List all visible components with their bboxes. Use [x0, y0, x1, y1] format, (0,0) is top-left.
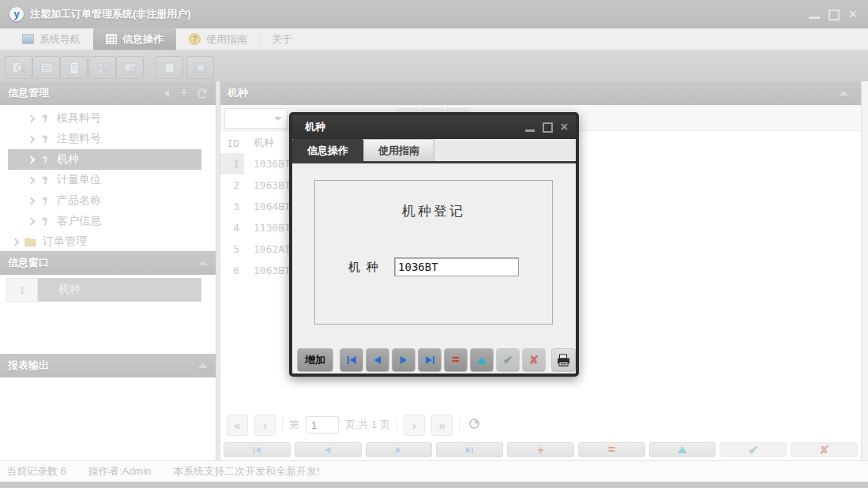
- machine-type-field-row: 机 种: [315, 257, 552, 276]
- last-record-button[interactable]: [418, 348, 442, 372]
- cell-id: 5: [220, 238, 244, 260]
- machine-type-input[interactable]: [394, 257, 519, 276]
- refresh-button[interactable]: [469, 419, 479, 431]
- list-view-button[interactable]: [32, 56, 60, 79]
- tool-icon: [40, 155, 51, 165]
- new-document-icon: [162, 61, 178, 75]
- right-scrollbar-track[interactable]: [861, 81, 868, 460]
- groupbox-title: 机种登记: [315, 202, 552, 220]
- confirm-button[interactable]: ✔: [496, 348, 520, 372]
- tree-item-label: 模具料号: [57, 111, 101, 126]
- tab-info-operation[interactable]: 信息操作: [93, 28, 176, 50]
- column-header-id[interactable]: ID: [220, 133, 244, 153]
- info-management-panel-header[interactable]: 信息管理 +: [0, 81, 216, 105]
- maximize-icon[interactable]: [829, 9, 840, 21]
- pager-label-page: 第: [289, 418, 299, 432]
- search-document-button[interactable]: [5, 56, 32, 79]
- printer-icon: [556, 354, 571, 367]
- add-record-nav-button[interactable]: +: [507, 442, 574, 457]
- window-title: 注塑加工订单管理系统(非注册用户): [30, 7, 191, 21]
- tree-item-customer-info[interactable]: 客户信息: [8, 211, 201, 231]
- tool-icon: [40, 114, 51, 124]
- monitor-button[interactable]: [116, 56, 144, 79]
- last-page-button[interactable]: »: [431, 415, 453, 436]
- prev-page-button[interactable]: ‹: [254, 415, 276, 436]
- document-button[interactable]: [60, 56, 88, 79]
- dialog-tab-user-guide[interactable]: 使用指南: [363, 139, 434, 161]
- tree-item-machine-type[interactable]: 机种: [8, 149, 201, 170]
- collapse-up-icon[interactable]: [198, 261, 208, 265]
- first-record-button[interactable]: [340, 348, 363, 372]
- dialog-button-bar: 增加 = ✔ ✘: [292, 343, 576, 377]
- close-icon[interactable]: ×: [848, 9, 857, 20]
- last-record-icon: [433, 356, 434, 364]
- minus-icon: =: [608, 446, 615, 454]
- first-page-button[interactable]: «: [227, 415, 248, 436]
- machine-type-panel-header[interactable]: 机种: [220, 81, 861, 105]
- dialog-titlebar[interactable]: 机种 ×: [292, 115, 576, 139]
- frame-select-icon: [193, 61, 209, 75]
- cancel-nav-button[interactable]: ✘: [791, 442, 858, 457]
- next-record-button[interactable]: [392, 348, 415, 372]
- dialog-maximize-icon[interactable]: [543, 122, 553, 133]
- next-record-nav-button[interactable]: [366, 442, 433, 457]
- chevron-right-icon: [28, 114, 36, 122]
- org-chart-button[interactable]: [88, 56, 116, 79]
- dialog-minimize-icon[interactable]: [525, 130, 535, 132]
- last-record-nav-button[interactable]: [436, 442, 503, 457]
- chevron-right-icon: [28, 156, 36, 163]
- edit-record-nav-button[interactable]: [649, 442, 716, 457]
- collapse-up-icon[interactable]: [839, 91, 848, 96]
- confirm-nav-button[interactable]: ✔: [720, 442, 787, 457]
- nav-square-icon: [22, 34, 34, 44]
- first-record-nav-button[interactable]: [224, 442, 291, 457]
- print-button[interactable]: [551, 348, 576, 372]
- dialog-tabbar: 信息操作 使用指南: [292, 139, 576, 163]
- dialog-window-controls: ×: [525, 122, 568, 133]
- report-output-panel-header[interactable]: 报表输出: [0, 354, 216, 377]
- pager-label-total: 页,共 1 页: [345, 418, 390, 432]
- tree-item-label: 产品名称: [57, 193, 101, 208]
- delete-record-nav-button[interactable]: =: [578, 442, 645, 457]
- collapse-left-icon[interactable]: [164, 89, 169, 97]
- panel-title: 机种: [227, 86, 248, 100]
- cell-machine: 1062AT: [244, 243, 291, 255]
- prev-record-button[interactable]: [366, 348, 389, 372]
- filter-combobox[interactable]: [224, 108, 287, 129]
- new-document-button[interactable]: [156, 56, 183, 79]
- tree-item-mold-material-no[interactable]: 模具料号: [8, 108, 201, 129]
- tree-item-injection-material-no[interactable]: 注塑料号: [8, 129, 201, 149]
- minimize-icon[interactable]: [809, 17, 820, 19]
- info-window-panel-header[interactable]: 信息窗口: [0, 251, 216, 275]
- cell-machine: 1130BT: [244, 222, 291, 234]
- cancel-button[interactable]: ✘: [522, 348, 546, 372]
- dialog-tab-info-operation[interactable]: 信息操作: [292, 139, 363, 161]
- tab-label: 信息操作: [122, 32, 163, 47]
- dialog-title: 机种: [305, 120, 325, 134]
- list-item[interactable]: 1 机种: [6, 278, 201, 302]
- tree-item-measure-unit[interactable]: 计量单位: [8, 170, 201, 190]
- collapse-up-icon[interactable]: [198, 363, 208, 368]
- tab-about[interactable]: 关于: [261, 28, 303, 50]
- delete-record-button[interactable]: =: [444, 348, 468, 372]
- page-number-input[interactable]: [306, 416, 339, 434]
- dialog-body: 机种登记 机 种: [292, 163, 576, 343]
- pagination-bar: « ‹ 第 页,共 1 页 › »: [220, 411, 861, 439]
- refresh-icon[interactable]: [197, 88, 208, 99]
- machine-registration-groupbox: 机种登记 机 种: [314, 180, 553, 325]
- panel-title: 报表输出: [8, 358, 49, 373]
- tree-item-order-management[interactable]: 订单管理: [8, 231, 201, 252]
- next-page-button[interactable]: ›: [404, 415, 425, 436]
- dialog-close-icon[interactable]: ×: [561, 122, 568, 132]
- tab-system-navigation[interactable]: 系统导航: [9, 28, 93, 50]
- column-header-machine[interactable]: 机种: [244, 136, 274, 150]
- chevron-right-icon: [28, 217, 36, 225]
- tab-user-guide[interactable]: ? 使用指南: [176, 28, 260, 50]
- frame-select-button[interactable]: [186, 56, 214, 79]
- x-icon: ✘: [819, 443, 829, 457]
- tree-item-product-name[interactable]: 产品名称: [8, 190, 201, 211]
- edit-record-button[interactable]: [470, 348, 494, 372]
- add-record-button[interactable]: 增加: [297, 348, 333, 372]
- prev-record-nav-button[interactable]: [295, 442, 362, 457]
- add-icon[interactable]: +: [180, 88, 188, 99]
